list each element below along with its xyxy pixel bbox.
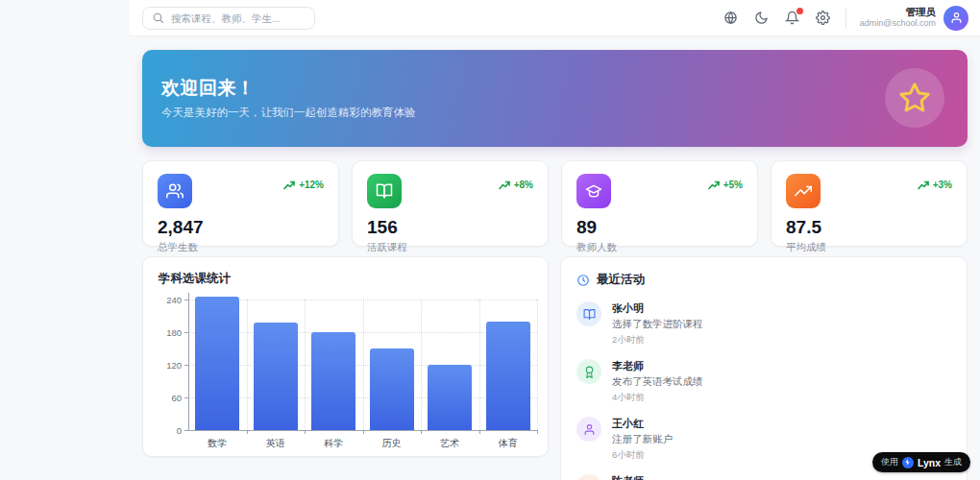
gridline bbox=[363, 300, 364, 430]
activity-item: 张小明 选择了数学进阶课程 2小时前 bbox=[576, 301, 951, 347]
x-axis-tick-label: 英语 bbox=[247, 437, 306, 450]
activity-timestamp: 4小时前 bbox=[612, 392, 703, 404]
axis-tick bbox=[537, 430, 538, 434]
stat-label: 教师人数 bbox=[576, 241, 743, 254]
stat-label: 平均成绩 bbox=[786, 241, 952, 254]
gridline bbox=[479, 300, 480, 430]
activity-item: 李老师 发布了英语考试成绩 4小时前 bbox=[576, 359, 951, 404]
trend-up-icon bbox=[918, 180, 929, 190]
graduation-cap-icon bbox=[576, 174, 611, 208]
trend-value: +3% bbox=[933, 180, 952, 190]
x-axis-tick-label: 艺术 bbox=[421, 437, 479, 450]
chart-bar bbox=[254, 323, 298, 430]
trend-value: +8% bbox=[514, 180, 533, 190]
activity-timestamp: 6小时前 bbox=[612, 449, 673, 462]
y-axis-tick-label: 180 bbox=[153, 327, 182, 338]
x-axis-tick-label: 数学 bbox=[188, 437, 247, 450]
activity-header: 最近活动 bbox=[576, 272, 951, 288]
activity-user-name: 张小明 bbox=[612, 301, 703, 316]
lynx-logo-icon bbox=[902, 457, 914, 468]
book-icon bbox=[367, 174, 402, 208]
x-axis-line bbox=[184, 430, 537, 431]
stat-card: +3% 87.5 平均成绩 bbox=[771, 160, 968, 247]
x-axis-tick-label: 体育 bbox=[479, 437, 538, 450]
chart-bar bbox=[370, 348, 414, 430]
badge-prefix: 使用 bbox=[881, 456, 898, 468]
chart-plot: 060120180240数学英语科学历史艺术体育 bbox=[143, 257, 548, 456]
welcome-banner: 欢迎回来！ 今天是美好的一天，让我们一起创造精彩的教育体验 bbox=[142, 50, 968, 147]
x-axis-tick-label: 历史 bbox=[363, 437, 422, 450]
gridline bbox=[247, 300, 248, 430]
trend-value: +5% bbox=[723, 180, 743, 190]
x-axis-tick-label: 科学 bbox=[305, 437, 363, 450]
trend-indicator: +3% bbox=[918, 180, 952, 190]
stat-card: +8% 156 活跃课程 bbox=[352, 160, 549, 247]
chart-bar bbox=[311, 332, 355, 430]
chart-bar bbox=[428, 365, 472, 430]
activity-description: 发布了英语考试成绩 bbox=[612, 375, 703, 389]
clock-icon bbox=[576, 274, 590, 287]
chart-card: 学科选课统计 060120180240数学英语科学历史艺术体育 bbox=[142, 256, 549, 457]
gridline bbox=[305, 300, 306, 430]
trend-up-icon bbox=[499, 180, 510, 190]
activity-user-name: 陈老师 bbox=[612, 474, 703, 480]
trending-up-icon bbox=[786, 174, 821, 208]
user-icon bbox=[576, 417, 601, 442]
stat-card: +12% 2,847 总学生数 bbox=[142, 160, 339, 247]
activity-user-name: 王小红 bbox=[612, 417, 673, 431]
trend-up-icon bbox=[708, 180, 720, 190]
lynx-generated-badge[interactable]: 使用 Lynx 生成 bbox=[872, 452, 970, 472]
recent-activity-card: 最近活动 张小明 选择了数学进阶课程 2小时前 李老师 发布了英语考试成绩 4小… bbox=[560, 256, 968, 480]
trend-value: +12% bbox=[299, 180, 324, 190]
activity-title: 最近活动 bbox=[597, 272, 645, 288]
book-icon bbox=[576, 301, 601, 326]
y-axis-tick-label: 120 bbox=[153, 360, 182, 371]
gridline bbox=[421, 300, 422, 430]
gridline bbox=[537, 300, 538, 430]
stat-value: 156 bbox=[367, 217, 533, 238]
badge-brand: Lynx bbox=[918, 457, 941, 468]
star-icon bbox=[897, 81, 932, 115]
y-axis-tick-label: 0 bbox=[153, 425, 182, 436]
stats-row: +12% 2,847 总学生数 +8% 156 活跃课程 +5% 89 教师人数 bbox=[142, 160, 968, 247]
trend-indicator: +12% bbox=[283, 180, 324, 190]
stat-value: 2,847 bbox=[158, 217, 324, 238]
activity-description: 注册了新账户 bbox=[612, 433, 673, 446]
banner-decoration-circle bbox=[885, 68, 944, 128]
y-axis-line bbox=[188, 293, 189, 430]
stat-label: 总学生数 bbox=[158, 241, 324, 254]
award-icon bbox=[576, 359, 601, 384]
stat-value: 89 bbox=[576, 217, 743, 238]
activity-user-name: 李老师 bbox=[612, 359, 703, 373]
welcome-title: 欢迎回来！ bbox=[161, 76, 256, 101]
trend-indicator: +5% bbox=[708, 180, 743, 190]
activity-item: 陈老师 创建了物理实验课程 8小时前 bbox=[576, 474, 951, 480]
trend-up-icon bbox=[283, 180, 295, 190]
stat-card: +5% 89 教师人数 bbox=[561, 160, 758, 247]
stat-value: 87.5 bbox=[786, 217, 952, 238]
trend-indicator: +8% bbox=[499, 180, 533, 190]
badge-suffix: 生成 bbox=[944, 456, 962, 468]
activity-description: 选择了数学进阶课程 bbox=[612, 318, 703, 331]
welcome-subtitle: 今天是美好的一天，让我们一起创造精彩的教育体验 bbox=[161, 106, 416, 120]
book-icon bbox=[576, 474, 601, 480]
y-axis-tick-label: 240 bbox=[153, 295, 182, 305]
chart-bar bbox=[195, 297, 239, 430]
activity-timestamp: 2小时前 bbox=[612, 334, 703, 347]
users-icon bbox=[158, 174, 192, 208]
stat-label: 活跃课程 bbox=[367, 241, 533, 254]
chart-bar bbox=[486, 322, 530, 430]
main-content: 欢迎回来！ 今天是美好的一天，让我们一起创造精彩的教育体验 +12% 2,847… bbox=[142, 0, 968, 480]
y-axis-tick-label: 60 bbox=[153, 393, 182, 403]
